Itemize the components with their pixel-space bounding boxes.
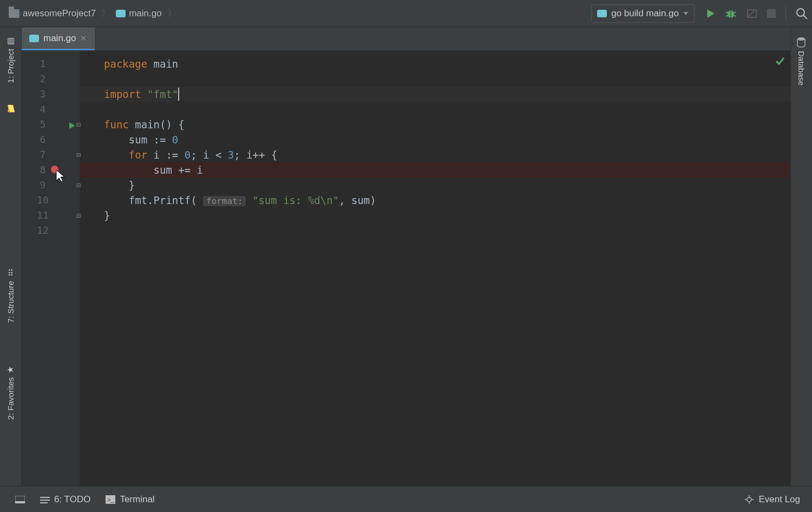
terminal-label: Terminal xyxy=(120,494,154,505)
run-config-selector[interactable]: go build main.go xyxy=(591,4,695,23)
star-icon: ★ xyxy=(6,365,15,374)
code-line[interactable]: fmt.Printf( format: "sum is: %d\n", sum) xyxy=(80,193,790,208)
svg-point-11 xyxy=(797,37,805,41)
project-icon: ▤ xyxy=(6,37,15,45)
event-log-icon xyxy=(744,495,754,504)
svg-line-10 xyxy=(803,15,807,19)
go-file-icon xyxy=(29,35,39,42)
line-number: 2 xyxy=(22,71,64,87)
structure-label: 7: Structure xyxy=(6,281,15,323)
run-gutter-icon[interactable] xyxy=(68,120,76,132)
run-toolbar xyxy=(695,6,808,21)
navigation-bar: awesomeProject7 〉 main.go 〉 go build mai… xyxy=(0,0,812,27)
right-tool-strip: Database xyxy=(790,27,812,486)
caret xyxy=(178,88,179,101)
code-line[interactable] xyxy=(80,102,790,117)
todo-label: 6: TODO xyxy=(54,494,90,505)
svg-marker-12 xyxy=(69,122,75,129)
breadcrumb-project: awesomeProject7 xyxy=(23,8,96,19)
breadcrumb-file: main.go xyxy=(129,8,161,19)
gutter[interactable]: 12345⊟67⊟89⊟1011⊟12 xyxy=(22,51,80,486)
code-line[interactable]: } xyxy=(80,178,790,193)
database-tool-window-button[interactable]: Database xyxy=(795,31,808,91)
run-coverage-button[interactable] xyxy=(746,9,757,18)
favorites-label: 2: Favorites xyxy=(6,377,15,419)
editor-tab-main[interactable]: main.go ✕ xyxy=(22,28,95,50)
code-line[interactable]: import "fmt" xyxy=(80,87,790,102)
svg-line-5 xyxy=(726,15,728,16)
editor-tabs: main.go ✕ xyxy=(22,27,790,51)
todo-tool-window-button[interactable]: 6: TODO xyxy=(32,494,98,505)
svg-text:>_: >_ xyxy=(107,496,114,503)
tab-label: main.go xyxy=(43,33,76,44)
line-number: 10 xyxy=(22,193,64,208)
debug-button[interactable] xyxy=(725,8,737,19)
breadcrumb[interactable]: awesomeProject7 xyxy=(4,8,100,19)
svg-point-9 xyxy=(797,9,804,16)
svg-line-3 xyxy=(726,12,728,13)
search-button[interactable] xyxy=(796,8,808,19)
svg-point-21 xyxy=(747,497,751,502)
svg-rect-15 xyxy=(15,501,25,503)
go-file-icon xyxy=(597,10,607,17)
code-line[interactable] xyxy=(80,223,790,238)
chevron-down-icon xyxy=(683,12,689,15)
code-line[interactable] xyxy=(80,71,790,87)
svg-marker-13 xyxy=(56,170,64,182)
project-label: 1: Project xyxy=(6,49,15,83)
code-line[interactable]: sum := 0 xyxy=(80,132,790,147)
run-config-label: go build main.go xyxy=(611,8,679,19)
line-number: 6 xyxy=(22,132,64,147)
hide-tool-windows-button[interactable] xyxy=(8,496,32,503)
mouse-cursor xyxy=(55,169,66,185)
line-number: 5 xyxy=(22,117,64,132)
project-tool-window-button[interactable]: 1: Project ▤ xyxy=(4,31,17,88)
code-line[interactable]: sum += i xyxy=(80,162,790,178)
line-number: 12 xyxy=(22,223,64,238)
folder-icon: 📁 xyxy=(6,104,15,113)
terminal-tool-window-button[interactable]: >_ Terminal xyxy=(98,494,162,505)
close-tab-icon[interactable]: ✕ xyxy=(80,34,87,43)
code-line[interactable]: package main xyxy=(80,56,790,71)
code-editor[interactable]: 12345⊟67⊟89⊟1011⊟12 package mainimport "… xyxy=(22,51,790,486)
line-number: 4 xyxy=(22,102,64,117)
structure-icon: ⠿ xyxy=(6,269,15,278)
svg-line-4 xyxy=(734,12,736,13)
go-file-icon xyxy=(116,10,126,17)
database-label: Database xyxy=(797,51,806,86)
ok-marker-icon xyxy=(775,55,785,67)
bottom-tool-strip: 6: TODO >_ Terminal Event Log xyxy=(0,486,812,512)
folder-tool-icon[interactable]: 📁 xyxy=(5,99,17,119)
svg-marker-0 xyxy=(707,9,715,18)
line-number: 7 xyxy=(22,147,64,162)
code-line[interactable]: for i := 0; i < 3; i++ { xyxy=(80,147,790,162)
line-number: 1 xyxy=(22,56,64,71)
line-number: 11 xyxy=(22,208,64,223)
run-button[interactable] xyxy=(705,9,715,18)
event-log-button[interactable]: Event Log xyxy=(758,494,800,505)
structure-tool-window-button[interactable]: 7: Structure ⠿ xyxy=(4,264,17,329)
database-icon xyxy=(797,37,806,48)
stop-button[interactable] xyxy=(767,9,776,18)
breadcrumb-file-seg[interactable]: main.go xyxy=(112,8,166,19)
line-number: 3 xyxy=(22,87,64,102)
svg-line-6 xyxy=(734,15,736,16)
param-hint: format: xyxy=(203,196,246,206)
code-line[interactable]: } xyxy=(80,208,790,223)
chevron-right-icon: 〉 xyxy=(166,7,178,19)
chevron-right-icon: 〉 xyxy=(100,7,112,19)
svg-rect-8 xyxy=(767,9,776,18)
favorites-tool-window-button[interactable]: 2: Favorites ★ xyxy=(4,360,17,425)
folder-icon xyxy=(9,9,19,18)
left-tool-strip: 1: Project ▤ 📁 7: Structure ⠿ 2: Favorit… xyxy=(0,27,22,486)
code-line[interactable]: func main() { xyxy=(80,117,790,132)
